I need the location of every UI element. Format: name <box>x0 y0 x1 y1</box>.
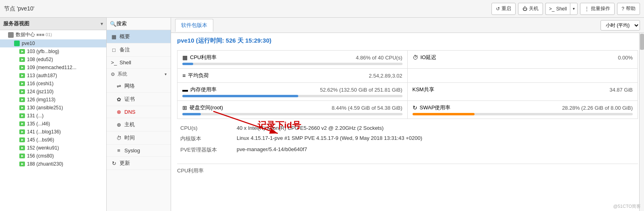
tree-item-vm-145[interactable]: 145 (...bs96) <box>0 136 106 144</box>
disk-progress-bar <box>182 113 201 115</box>
tab-bar: 软件包版本 小时 (平均) <box>171 18 644 33</box>
restart-button[interactable]: ↺ 重启 <box>491 3 516 15</box>
vm-icon-131 <box>19 113 25 118</box>
tree-item-vm-152[interactable]: 152 (wenku91) <box>0 144 106 152</box>
restart-icon: ↺ <box>496 6 500 12</box>
tree-item-vm-103[interactable]: 103 (yfb...blog) <box>0 47 106 55</box>
tree-item-datacenter[interactable]: 数据中心 ■■■ 01) <box>0 30 106 39</box>
power-icon: ⏻ <box>522 6 527 12</box>
tree-item-vm-126[interactable]: 126 (img113) <box>0 96 106 104</box>
disk-icon: ⊞ <box>182 104 187 111</box>
cpu-progress-bar <box>182 63 193 65</box>
vm-icon-188 <box>19 162 25 166</box>
stat-cell-disk: ⊞ 硬盘空间(root) 8.44% (4.59 GiB of 54.38 Gi… <box>178 101 408 119</box>
swap-progress-container <box>413 113 633 115</box>
tab-software[interactable]: 软件包版本 <box>175 19 213 32</box>
vm-icon-135 <box>19 121 25 126</box>
nav-item-notes[interactable]: □ 备注 <box>107 43 171 57</box>
stat-row-mem: ▬ 内存使用率 52.62% (132.50 GiB of 251.81 GiB… <box>177 82 638 100</box>
help-icon: ? <box>621 6 624 12</box>
disk-progress-container <box>182 113 402 115</box>
tree-item-vm-141[interactable]: 141 (...blog136) <box>0 128 106 136</box>
right-scrollbar[interactable] <box>639 33 644 211</box>
nav-item-dns[interactable]: ⊗ DNS <box>107 106 171 118</box>
io-icon: ⏱ <box>413 54 418 61</box>
shell-dropdown-button[interactable]: ▾ <box>570 3 578 15</box>
vm-icon-156 <box>19 154 25 158</box>
dns-icon: ⊗ <box>116 109 122 115</box>
stat-cell-mem: ▬ 内存使用率 52.62% (132.50 GiB of 251.81 GiB… <box>178 83 408 100</box>
help-button[interactable]: ? 帮助 <box>617 3 640 15</box>
toolbar: 节点 'pve10' ↺ 重启 ⏻ 关机 >_ Shell ▾ ⋮ <box>0 0 644 18</box>
shell-icon: >_ <box>111 59 117 66</box>
host-icon: ⊕ <box>116 122 122 128</box>
nav-item-update[interactable]: ↻ 更新 <box>107 157 171 170</box>
nav-item-network[interactable]: ⇌ 网络 <box>107 80 171 93</box>
menu-icon: ⋮ <box>584 6 589 12</box>
tree-item-vm-108[interactable]: 108 (edu52) <box>0 55 106 64</box>
load-icon: ≡ <box>182 72 186 79</box>
vm-icon-116 <box>19 81 25 86</box>
tree-item-vm-113[interactable]: 113 (auth187) <box>0 72 106 80</box>
vm-icon-130 <box>19 105 25 110</box>
nav-search-item[interactable]: 🔍 搜索 <box>107 18 171 30</box>
vm-icon-124 <box>19 89 25 94</box>
mem-progress-bar <box>182 95 298 97</box>
tree-item-vm-135[interactable]: 135 (...i46) <box>0 120 106 128</box>
toolbar-left: 节点 'pve10' <box>4 5 34 12</box>
nav-item-summary[interactable]: ▦ 概要 <box>107 30 171 43</box>
tree-item-pve10[interactable]: pve10 <box>0 39 106 47</box>
nav-item-host[interactable]: ⊕ 主机 <box>107 118 171 131</box>
shell-button-group: >_ Shell ▾ <box>545 3 578 15</box>
scrollbar-thumb <box>640 34 644 50</box>
tree-item-vm-156[interactable]: 156 (cms80) <box>0 152 106 160</box>
terminal-icon: >_ <box>549 6 555 12</box>
server-tree[interactable]: 数据中心 ■■■ 01) pve10 103 (yfb...blog) 108 … <box>0 30 106 211</box>
vm-icon-108 <box>19 57 25 62</box>
nav-item-syslog[interactable]: ≡ Syslog <box>107 145 171 157</box>
nav-item-shell[interactable]: >_ Shell <box>107 57 171 69</box>
vm-icon-126 <box>19 97 25 102</box>
tree-item-vm-188[interactable]: 188 (zhuanti230) <box>0 160 106 168</box>
time-icon: ⏱ <box>116 135 122 141</box>
content-scroll[interactable]: pve10 (运行时间: 526 天 15:29:30) ▦ CPU利用率 4.… <box>171 33 644 211</box>
toolbar-right: ↺ 重启 ⏻ 关机 >_ Shell ▾ ⋮ 批量操作 ? <box>491 3 640 15</box>
shutdown-button[interactable]: ⏻ 关机 <box>518 3 543 15</box>
shell-main-button[interactable]: >_ Shell <box>545 3 570 15</box>
mem-progress-container <box>182 95 402 97</box>
tab-right: 小时 (平均) <box>601 20 640 31</box>
nav-item-time[interactable]: ⏱ 时间 <box>107 131 171 145</box>
info-row-kernel: 内核版本 Linux 4.15.17-1-pve #1 SMP PVE 4.15… <box>177 133 638 144</box>
nav-item-cert[interactable]: ✿ 证书 <box>107 93 171 106</box>
stat-cell-ksm: KSM共享 34.87 GiB <box>408 83 638 100</box>
vm-icon-152 <box>19 145 25 150</box>
chevron-down-icon: ▾ <box>573 6 575 11</box>
nav-panel: 🔍 搜索 ▦ 概要 □ 备注 >_ Shell ⚙ 系统 ▾ ⇌ <box>107 18 171 211</box>
sidebar-header: 服务器视图 ▾ <box>0 18 106 30</box>
content-panel: 软件包版本 小时 (平均) pve10 (运行时间: 526 天 15:29:3… <box>171 18 644 211</box>
tree-item-vm-109[interactable]: 109 (memcached112... <box>0 64 106 72</box>
server-tree-sidebar: 服务器视图 ▾ 数据中心 ■■■ 01) pve10 103 (yfb...bl… <box>0 18 107 211</box>
system-gear-icon: ⚙ <box>111 72 115 77</box>
tree-item-vm-130[interactable]: 130 (ansible251) <box>0 104 106 112</box>
nav-group-system[interactable]: ⚙ 系统 ▾ <box>107 69 171 80</box>
time-period-select[interactable]: 小时 (平均) <box>601 20 640 31</box>
stat-cell-load-right <box>408 69 638 82</box>
chevron-right-icon: ▾ <box>165 72 167 76</box>
stat-cell-cpu: ▦ CPU利用率 4.86% of 40 CPU(s) <box>178 51 408 68</box>
batch-ops-button[interactable]: ⋮ 批量操作 <box>580 3 615 15</box>
tree-item-vm-116[interactable]: 116 (ceshi1) <box>0 80 106 88</box>
syslog-icon: ≡ <box>116 147 122 154</box>
tree-item-vm-131[interactable]: 131 (...) <box>0 112 106 120</box>
swap-progress-bar <box>413 113 475 115</box>
stat-cell-io: ⏱ IO延迟 0.00% <box>408 51 638 68</box>
tree-item-vm-124[interactable]: 124 (jsz110) <box>0 88 106 96</box>
page-title: 节点 'pve10' <box>4 5 34 12</box>
vm-icon-109 <box>19 65 25 70</box>
mem-icon: ▬ <box>182 86 188 93</box>
stat-row-cpu-io: ▦ CPU利用率 4.86% of 40 CPU(s) ⏱ IO延 <box>177 50 638 68</box>
datacenter-icon <box>8 32 14 38</box>
stat-cell-load: ≡ 平均负荷 2.54,2.89,3.02 <box>178 69 408 82</box>
sidebar-collapse-button[interactable]: ▾ <box>101 21 103 27</box>
cert-icon: ✿ <box>116 96 122 102</box>
